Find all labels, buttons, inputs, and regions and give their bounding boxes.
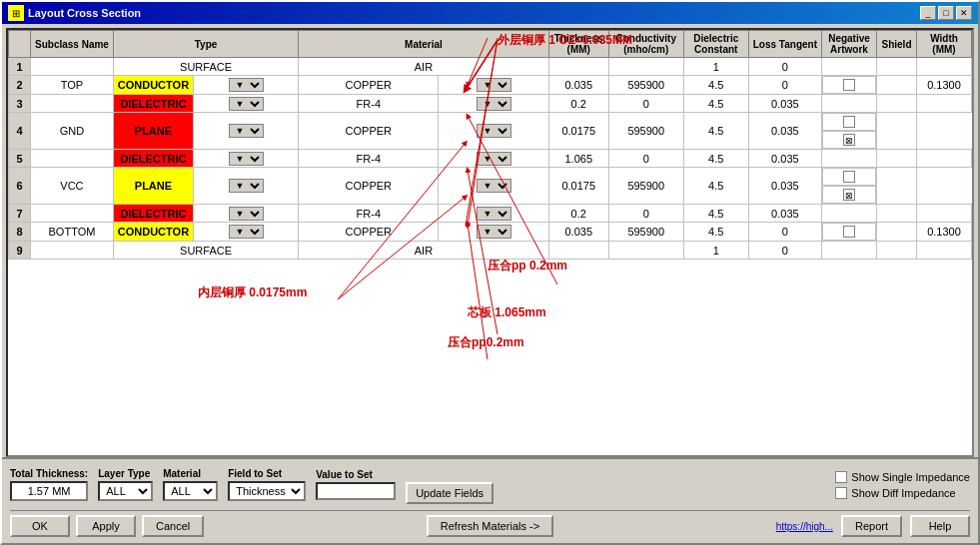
thickness-cell[interactable] [548, 242, 608, 260]
website-link[interactable]: https://high... [776, 521, 833, 532]
shield-cell[interactable] [877, 223, 917, 242]
negative-cell[interactable] [822, 150, 877, 168]
material-cell[interactable]: COPPER [299, 76, 439, 95]
conductivity-cell[interactable] [608, 242, 683, 260]
thickness-cell[interactable]: 1.065 [548, 150, 608, 168]
material-cell[interactable]: COPPER [299, 223, 439, 242]
subclass-name[interactable]: VCC [31, 168, 114, 205]
material-dropdown[interactable]: ▼ [439, 95, 548, 113]
loss-cell[interactable]: 0 [748, 223, 821, 242]
type-cell[interactable]: PLANE [113, 113, 193, 150]
negative-cell[interactable] [822, 58, 877, 76]
negative-cell[interactable] [822, 205, 877, 223]
type-dropdown[interactable]: ▼ [193, 205, 298, 223]
type-dropdown[interactable]: ▼ [193, 95, 298, 113]
show-single-impedance-checkbox[interactable] [835, 471, 847, 483]
type-cell[interactable]: DIELECTRIC [113, 95, 193, 113]
material-dropdown[interactable]: ▼ [439, 113, 548, 150]
shield-cell[interactable] [877, 58, 917, 76]
ok-button[interactable]: OK [10, 515, 70, 537]
width-cell[interactable] [877, 113, 917, 150]
material-cell[interactable]: COPPER [299, 113, 439, 150]
shield-cell[interactable] [877, 242, 917, 260]
close-button[interactable]: ✕ [956, 6, 972, 20]
conductivity-cell[interactable]: 595900 [608, 76, 683, 95]
shield-cell[interactable]: ⊠ [822, 131, 876, 149]
conductivity-cell[interactable]: 0 [608, 150, 683, 168]
layer-type-select[interactable]: ALL [98, 481, 153, 501]
shield-cell[interactable] [877, 205, 917, 223]
report-button[interactable]: Report [841, 515, 902, 537]
shield-cell[interactable]: ⊠ [822, 186, 876, 204]
thickness-cell[interactable]: 0.2 [548, 205, 608, 223]
material-select[interactable]: ALL [163, 481, 218, 501]
negative-cell[interactable] [822, 242, 877, 260]
shield-cell[interactable] [877, 150, 917, 168]
subclass-name[interactable] [31, 150, 114, 168]
subclass-name[interactable]: BOTTOM [31, 223, 114, 242]
material-cell[interactable]: FR-4 [299, 205, 439, 223]
type-cell[interactable]: PLANE [113, 168, 193, 205]
subclass-name[interactable] [31, 205, 114, 223]
loss-cell[interactable]: 0.035 [748, 113, 821, 150]
type-cell[interactable]: CONDUCTOR [113, 223, 193, 242]
type-cell[interactable]: DIELECTRIC [113, 205, 193, 223]
width-cell[interactable] [917, 242, 972, 260]
width-cell[interactable] [917, 58, 972, 76]
table-row[interactable]: 1 SURFACE AIR 1 0 [9, 58, 972, 76]
material-dropdown[interactable]: ▼ [439, 76, 548, 95]
table-row[interactable]: 3 DIELECTRIC ▼ FR-4 ▼ 0.2 0 4.5 0.035 [9, 95, 972, 113]
dielectric-cell[interactable]: 4.5 [683, 168, 748, 205]
subclass-name[interactable] [31, 95, 114, 113]
material-dropdown[interactable]: ▼ [439, 168, 548, 205]
negative-cell[interactable] [822, 76, 876, 94]
type-cell[interactable]: DIELECTRIC [113, 150, 193, 168]
value-to-set-input[interactable] [316, 482, 396, 500]
subclass-name[interactable] [31, 58, 114, 76]
dielectric-cell[interactable]: 1 [683, 242, 748, 260]
table-row[interactable]: 4 GND PLANE ▼ COPPER ▼ 0.0175 595900 4.5… [9, 113, 972, 150]
table-row[interactable]: 7 DIELECTRIC ▼ FR-4 ▼ 0.2 0 4.5 0.035 [9, 205, 972, 223]
material-cell[interactable]: COPPER [299, 168, 439, 205]
table-row[interactable]: 8 BOTTOM CONDUCTOR ▼ COPPER ▼ 0.035 5959… [9, 223, 972, 242]
apply-button[interactable]: Apply [76, 515, 136, 537]
field-to-set-select[interactable]: Thickness [228, 481, 306, 501]
type-dropdown[interactable]: ▼ [193, 150, 298, 168]
shield-cell[interactable] [877, 95, 917, 113]
type-cell[interactable]: CONDUCTOR [113, 76, 193, 95]
subclass-name[interactable] [31, 242, 114, 260]
thickness-cell[interactable]: 0.2 [548, 95, 608, 113]
table-row[interactable]: 9 SURFACE AIR 1 0 [9, 242, 972, 260]
thickness-cell[interactable] [548, 58, 608, 76]
type-dropdown[interactable]: ▼ [193, 113, 298, 150]
loss-cell[interactable]: 0.035 [748, 168, 821, 205]
loss-cell[interactable]: 0.035 [748, 205, 821, 223]
thickness-cell[interactable]: 0.035 [548, 76, 608, 95]
type-dropdown[interactable]: ▼ [193, 223, 298, 242]
dielectric-cell[interactable]: 1 [683, 58, 748, 76]
dielectric-cell[interactable]: 4.5 [683, 150, 748, 168]
dielectric-cell[interactable]: 4.5 [683, 205, 748, 223]
width-cell[interactable]: 0.1300 [917, 223, 972, 242]
width-cell[interactable] [917, 205, 972, 223]
table-scroll-area[interactable]: Subclass Name Type Material Thickness(MM… [8, 30, 972, 455]
loss-cell[interactable]: 0 [748, 242, 821, 260]
dielectric-cell[interactable]: 4.5 [683, 95, 748, 113]
material-dropdown[interactable]: ▼ [439, 223, 548, 242]
minimize-button[interactable]: _ [920, 6, 936, 20]
negative-cell[interactable] [822, 113, 876, 131]
conductivity-cell[interactable]: 595900 [608, 113, 683, 150]
conductivity-cell[interactable]: 595900 [608, 223, 683, 242]
loss-cell[interactable]: 0.035 [748, 95, 821, 113]
dielectric-cell[interactable]: 4.5 [683, 113, 748, 150]
negative-cell[interactable] [822, 168, 876, 186]
type-cell[interactable]: SURFACE [113, 242, 298, 260]
material-dropdown[interactable]: ▼ [439, 150, 548, 168]
conductivity-cell[interactable]: 0 [608, 95, 683, 113]
help-button[interactable]: Help [910, 515, 970, 537]
material-cell[interactable]: AIR [299, 58, 549, 76]
conductivity-cell[interactable]: 0 [608, 205, 683, 223]
type-dropdown[interactable]: ▼ [193, 168, 298, 205]
thickness-cell[interactable]: 0.0175 [548, 113, 608, 150]
thickness-cell[interactable]: 0.0175 [548, 168, 608, 205]
